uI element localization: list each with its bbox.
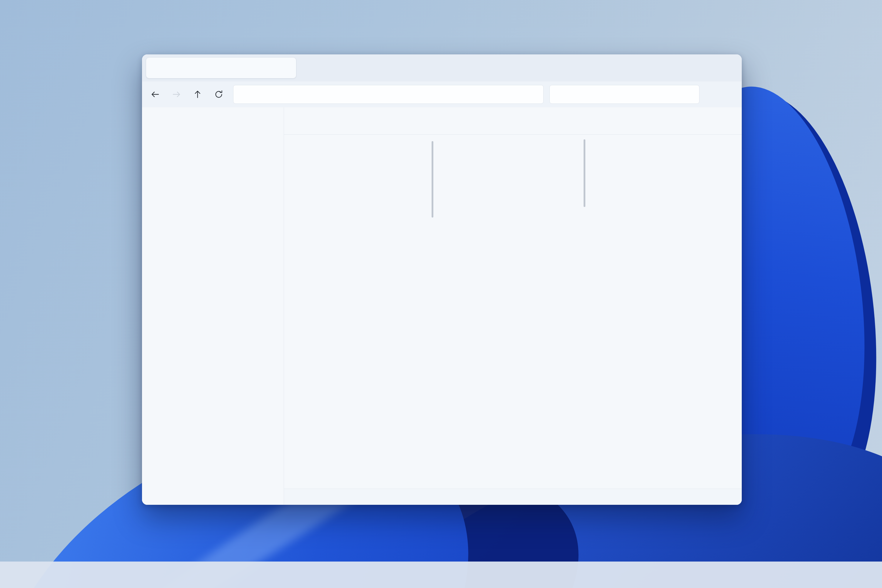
nav-refresh-button[interactable] (210, 86, 227, 103)
arrow-up-icon (193, 89, 202, 99)
file-columns (284, 135, 742, 489)
search-box[interactable] (549, 85, 699, 104)
column-scrollbar[interactable] (432, 141, 434, 218)
search-input[interactable] (569, 90, 693, 99)
close-button[interactable] (715, 54, 742, 81)
settings-button[interactable] (720, 86, 737, 103)
minimize-button[interactable] (662, 54, 689, 81)
maximize-icon (698, 63, 706, 72)
file-explorer-window (142, 54, 742, 505)
address-bar[interactable] (233, 85, 544, 104)
arrow-left-icon (150, 89, 160, 99)
refresh-icon (214, 89, 224, 99)
window-controls (662, 54, 742, 81)
maximize-button[interactable] (689, 54, 715, 81)
new-tab-button[interactable] (301, 60, 317, 76)
folder-icon (152, 63, 163, 73)
sidebar (142, 107, 284, 505)
nav-back-button[interactable] (147, 86, 164, 103)
column-scrollbar[interactable] (584, 140, 585, 207)
toolbar (284, 107, 742, 135)
close-tab-icon[interactable] (282, 64, 290, 72)
window-body (142, 107, 742, 505)
address-dropdown-icon[interactable] (529, 90, 540, 98)
navigation-bar (142, 81, 742, 107)
system-tray (834, 561, 876, 588)
arrow-right-icon (171, 89, 182, 99)
sync-status-button[interactable] (703, 86, 720, 103)
minimize-icon (671, 63, 680, 72)
nav-up-button[interactable] (189, 86, 206, 103)
content-pane (284, 107, 742, 505)
duplicate-tab-icon (326, 63, 335, 73)
duplicate-tab-button[interactable] (322, 60, 338, 76)
nav-forward-button[interactable] (168, 86, 185, 103)
tab-bar (142, 54, 742, 81)
tab-writing[interactable] (146, 58, 296, 78)
taskbar (0, 561, 882, 588)
gear-icon (723, 89, 734, 99)
search-icon (556, 90, 564, 99)
plus-icon (304, 63, 314, 72)
sync-spinner-icon (707, 90, 716, 99)
close-icon (724, 63, 733, 72)
status-bar (284, 489, 742, 505)
